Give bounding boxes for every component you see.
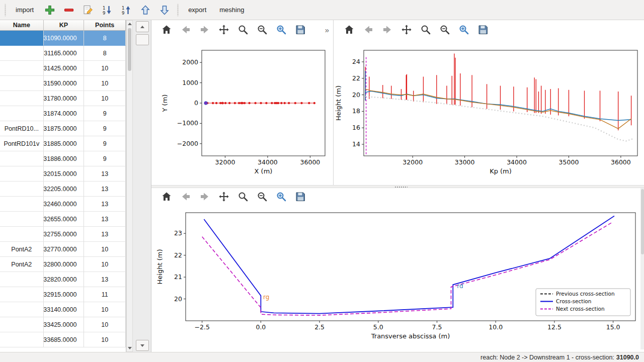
cell-points[interactable]: 8: [84, 31, 126, 46]
home-button[interactable]: [160, 23, 173, 36]
configure-subplots-button[interactable]: [256, 190, 269, 203]
table-row[interactable]: 32655.000013: [0, 212, 126, 227]
cell-kp[interactable]: 33140.0000: [44, 302, 85, 317]
plan-view-canvas[interactable]: 320003400036000−2000−1000010002000X (m)Y…: [154, 39, 332, 185]
column-header-name[interactable]: Name: [0, 20, 44, 31]
export-button[interactable]: export: [184, 4, 210, 16]
edit-cross-section-button[interactable]: [81, 3, 95, 17]
forward-button[interactable]: [198, 190, 211, 203]
save-figure-button[interactable]: [476, 23, 490, 36]
cell-kp[interactable]: 31425.0000: [44, 61, 85, 76]
home-button[interactable]: [343, 23, 356, 36]
table-row[interactable]: 32015.000013: [0, 166, 126, 182]
back-button[interactable]: [362, 23, 375, 36]
cell-name[interactable]: [0, 31, 44, 46]
cell-points[interactable]: 10: [84, 257, 126, 272]
back-button[interactable]: [179, 190, 192, 203]
column-header-kp[interactable]: KP: [44, 20, 85, 31]
table-row[interactable]: 33140.000010: [0, 302, 126, 317]
pan-button[interactable]: [217, 23, 230, 36]
scroll-up-icon[interactable]: [127, 21, 132, 27]
toolbar-handle[interactable]: [177, 4, 179, 16]
sort-ascending-button[interactable]: 19: [119, 3, 133, 17]
cell-name[interactable]: PontA2: [0, 242, 44, 257]
remove-cross-section-button[interactable]: [62, 3, 76, 17]
cell-kp[interactable]: 32015.0000: [44, 166, 85, 182]
pan-button[interactable]: [217, 190, 230, 203]
plan-view-plot[interactable]: 320003400036000−2000−1000010002000X (m)Y…: [154, 39, 332, 185]
cell-name[interactable]: [0, 317, 44, 332]
cell-kp[interactable]: 31090.0000: [44, 31, 85, 46]
cell-points[interactable]: 10: [84, 302, 126, 317]
column-header-points[interactable]: Points: [84, 20, 126, 31]
table-row[interactable]: 33425.000010: [0, 317, 126, 332]
table-row[interactable]: 33685.000010: [0, 332, 126, 347]
toolbar-overflow-button[interactable]: »: [325, 26, 329, 34]
cell-points[interactable]: 13: [84, 212, 126, 227]
back-button[interactable]: [179, 23, 192, 36]
cell-points[interactable]: 10: [84, 242, 126, 257]
cell-name[interactable]: [0, 46, 44, 61]
cell-name[interactable]: [0, 106, 44, 121]
cell-kp[interactable]: 31875.0000: [44, 121, 85, 136]
cell-points[interactable]: 9: [84, 121, 126, 136]
bottom-panel-scrollbar[interactable]: [640, 188, 644, 349]
pan-button[interactable]: [400, 23, 413, 36]
sort-descending-button[interactable]: 19: [100, 3, 114, 17]
panel-scrollbar[interactable]: [134, 20, 151, 352]
table-scrollbar-thumb[interactable]: [128, 28, 131, 71]
cell-kp[interactable]: 32800.0000: [44, 257, 85, 272]
cell-name[interactable]: [0, 332, 44, 347]
cell-kp[interactable]: 32820.0000: [44, 272, 85, 287]
cell-kp[interactable]: 32755.0000: [44, 227, 85, 242]
toolbar-handle[interactable]: [4, 4, 7, 16]
cell-name[interactable]: [0, 212, 44, 227]
table-row[interactable]: 32460.000013: [0, 197, 126, 212]
table-row[interactable]: 32820.000013: [0, 272, 126, 287]
table-row[interactable]: PontRD101v31885.00009: [0, 136, 126, 151]
cell-points[interactable]: 13: [84, 272, 126, 287]
zoom-button[interactable]: [236, 190, 250, 203]
cell-kp[interactable]: 31780.0000: [44, 91, 85, 106]
cell-kp[interactable]: 32770.0000: [44, 242, 85, 257]
save-figure-button[interactable]: [294, 190, 307, 203]
scroll-down-icon[interactable]: [127, 345, 132, 351]
save-figure-button[interactable]: [294, 23, 307, 36]
cell-kp[interactable]: 32460.0000: [44, 197, 85, 212]
table-scrollbar[interactable]: [126, 20, 133, 352]
cross-section-plot[interactable]: −2.50.02.55.07.510.012.515.020212223Tran…: [154, 206, 642, 348]
zoom-region-button[interactable]: [275, 23, 288, 36]
cell-name[interactable]: [0, 76, 44, 91]
table-row[interactable]: PontRD10...31875.00009: [0, 121, 126, 136]
table-row[interactable]: PontA232800.000010: [0, 257, 126, 272]
cell-kp[interactable]: 31886.0000: [44, 151, 85, 166]
table-row[interactable]: 31425.000010: [0, 61, 126, 76]
table-row[interactable]: 31780.000010: [0, 91, 126, 106]
cell-points[interactable]: 10: [84, 317, 126, 332]
panel-scrollbar-thumb[interactable]: [136, 34, 149, 45]
table-row[interactable]: PontA232770.000010: [0, 242, 126, 257]
home-button[interactable]: [160, 190, 173, 203]
table-row[interactable]: 32755.000013: [0, 227, 126, 242]
cell-name[interactable]: [0, 302, 44, 317]
cell-points[interactable]: 8: [84, 46, 126, 61]
cell-kp[interactable]: 31165.0000: [44, 46, 85, 61]
cell-name[interactable]: [0, 272, 44, 287]
cell-name[interactable]: PontRD101v: [0, 136, 44, 151]
panel-scroll-down-button[interactable]: [136, 340, 149, 351]
cell-points[interactable]: 9: [84, 106, 126, 121]
configure-subplots-button[interactable]: [256, 23, 269, 36]
forward-button[interactable]: [381, 23, 394, 36]
table-row[interactable]: 32205.000013: [0, 182, 126, 197]
bottom-panel-scrollbar-thumb[interactable]: [641, 189, 644, 254]
move-up-button[interactable]: [138, 3, 152, 17]
cell-name[interactable]: PontRD10...: [0, 121, 44, 136]
cell-name[interactable]: [0, 227, 44, 242]
table-row[interactable]: 31165.00008: [0, 46, 126, 61]
cell-kp[interactable]: 33685.0000: [44, 332, 85, 347]
add-cross-section-button[interactable]: [43, 3, 57, 17]
forward-button[interactable]: [198, 23, 211, 36]
cell-points[interactable]: 10: [84, 61, 126, 76]
cell-points[interactable]: 11: [84, 287, 126, 302]
cell-name[interactable]: [0, 287, 44, 302]
